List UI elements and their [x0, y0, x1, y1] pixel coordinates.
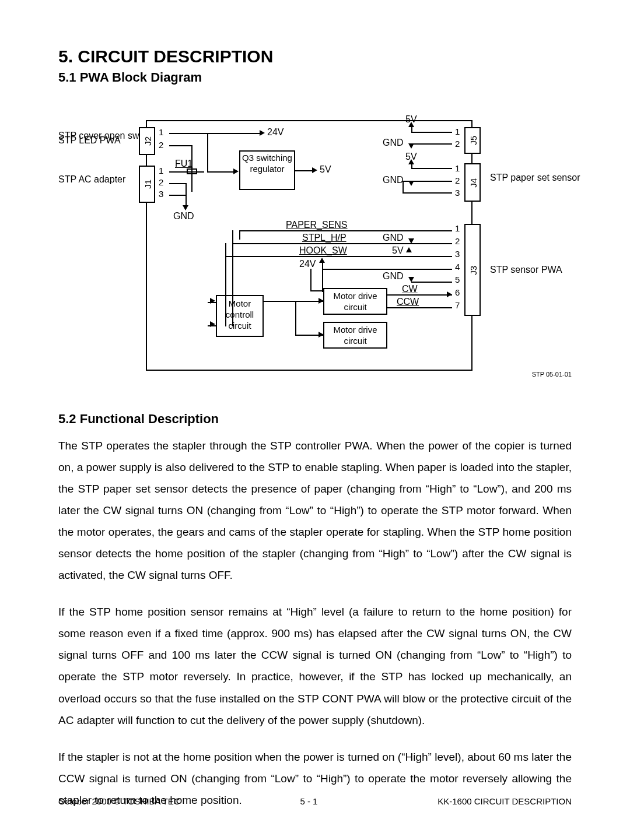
wire-ctrl-drv1: [264, 301, 323, 302]
pin-j3-6: 6: [455, 287, 460, 297]
label-fu1: FU1: [175, 159, 192, 169]
wire-gnd-j1a: [169, 195, 187, 196]
label-gnd-j4: GND: [383, 175, 404, 185]
subsection-51-title: 5.1 PWA Block Diagram: [58, 70, 572, 85]
connector-j3-label: J3: [468, 266, 478, 275]
in-motor2: [208, 325, 216, 326]
arrowhead-icon: [406, 247, 412, 252]
pin-j4-1: 1: [455, 163, 460, 173]
pin-j4-3: 3: [455, 188, 460, 198]
wire-stpl-hp: [232, 243, 452, 244]
pin-j3-3: 3: [455, 249, 460, 259]
pin-j2-2: 2: [159, 140, 163, 150]
arrowhead-icon: [408, 159, 414, 164]
pin-j3-5: 5: [455, 275, 460, 284]
label-sensor-pwa: STP sensor PWA: [490, 265, 562, 275]
connector-j3: J3: [464, 224, 481, 316]
wire-24v-to-drv: [310, 269, 312, 291]
block-q3: Q3 switching regulator: [239, 150, 295, 190]
pin-j4-2: 2: [455, 175, 460, 185]
wire-cw: [387, 294, 452, 296]
wire-24v-to-drv-h: [310, 290, 323, 291]
label-gnd-left: GND: [173, 211, 194, 222]
pin-j2-1: 1: [159, 127, 163, 137]
label-cw: CW: [402, 284, 418, 294]
label-stpl-hp: STPL_H/P: [302, 233, 346, 243]
wire-ctrl-v: [295, 301, 296, 335]
pin-j5-1: 1: [455, 126, 460, 136]
pin-j1-3: 3: [159, 189, 163, 199]
label-gnd-j3a: GND: [383, 233, 404, 243]
pin-j1-2: 2: [159, 177, 163, 187]
footer-center: 5 - 1: [300, 796, 317, 806]
arrowhead-icon: [260, 130, 265, 136]
wire-24v-top: [169, 133, 260, 134]
connector-j1-label: J1: [143, 180, 153, 189]
connector-j5: J5: [464, 127, 481, 154]
pin-j3-7: 7: [455, 300, 460, 310]
pin-j3-1: 1: [455, 223, 460, 233]
label-ac-adapter: STP AC adapter: [58, 174, 125, 185]
bus-v2: [225, 243, 226, 326]
wire-gnd-j1b: [186, 183, 187, 206]
wire-to-q3: [207, 171, 236, 173]
connector-j1: J1: [139, 166, 155, 203]
label-led-pwa: STP LED PWA: [58, 135, 121, 146]
label-gnd-j3b: GND: [383, 271, 404, 282]
wire-hook-sw: [225, 256, 452, 257]
wire-paper-sens: [239, 230, 452, 231]
in-motor1: [208, 302, 216, 303]
footer-right: KK-1600 CIRCUIT DESCRIPTION: [438, 796, 572, 806]
pin-j1-1: 1: [159, 166, 163, 175]
wire-j2-2v: [191, 145, 192, 192]
bus-v0: [239, 230, 240, 240]
wire-j4-1: [411, 168, 452, 169]
label-gnd-j5: GND: [383, 138, 404, 148]
label-ccw: CCW: [397, 297, 419, 307]
arrowhead-icon: [318, 298, 324, 304]
wire-j4-3: [402, 192, 452, 194]
block-motor-drv2: Motor drive circuit: [323, 322, 387, 349]
arrowhead-icon: [312, 167, 317, 173]
block-motor-drv1-label: Motor drive circuit: [333, 291, 377, 312]
pin-j5-2: 2: [455, 139, 460, 149]
block-motor-drv1: Motor drive circuit: [323, 288, 387, 315]
footer-left: October 2000 © TOSHIBA TEC: [58, 796, 180, 806]
wire-j4-3v: [402, 181, 404, 194]
arrowhead-icon: [408, 181, 414, 186]
block-motor-drv2-label: Motor drive circuit: [333, 325, 377, 346]
wire-j5-1: [411, 132, 452, 133]
pin-j3-4: 4: [455, 262, 460, 272]
wire-j5-2: [411, 143, 452, 145]
label-5v-j3: 5V: [392, 245, 404, 256]
connector-j2: J2: [139, 127, 155, 155]
label-paper-sens: PAPER_SENS: [286, 220, 348, 230]
paragraph-1: The STP operates the stapler through the…: [58, 435, 572, 586]
arrowhead-icon: [233, 168, 239, 174]
figure-reference: STP 05-01-01: [532, 371, 572, 378]
wire-5v-out: [295, 170, 314, 171]
page-footer: October 2000 © TOSHIBA TEC 5 - 1 KK-1600…: [58, 796, 572, 806]
arrowhead-icon: [408, 143, 414, 149]
arrowhead-icon: [408, 277, 414, 282]
block-motor-ctrl: Motor controll circuit: [216, 295, 264, 337]
section-title: 5. CIRCUIT DESCRIPTION: [58, 47, 572, 66]
label-paper-set: STP paper set sensor: [490, 173, 572, 183]
arrowhead-icon: [408, 238, 414, 244]
label-hook-sw: HOOK_SW: [299, 245, 347, 256]
arrowhead-icon: [319, 258, 325, 263]
arrowhead-icon: [183, 205, 188, 210]
connector-j5-label: J5: [468, 136, 478, 145]
label-24v-a: 24V: [267, 127, 284, 138]
block-motor-ctrl-label: Motor controll circuit: [226, 298, 254, 331]
block-q3-label: Q3 switching regulator: [242, 153, 292, 174]
arrowhead-icon: [408, 122, 414, 127]
wire-gnd-j1c: [169, 183, 187, 184]
wire-24v-b: [323, 269, 452, 270]
pin-j3-2: 2: [455, 236, 460, 246]
label-24v-b: 24V: [299, 259, 316, 269]
bus-v1: [232, 230, 233, 326]
arrowhead-icon: [447, 291, 452, 297]
wire-24v-down: [207, 133, 208, 171]
wire-ccw: [387, 307, 452, 308]
